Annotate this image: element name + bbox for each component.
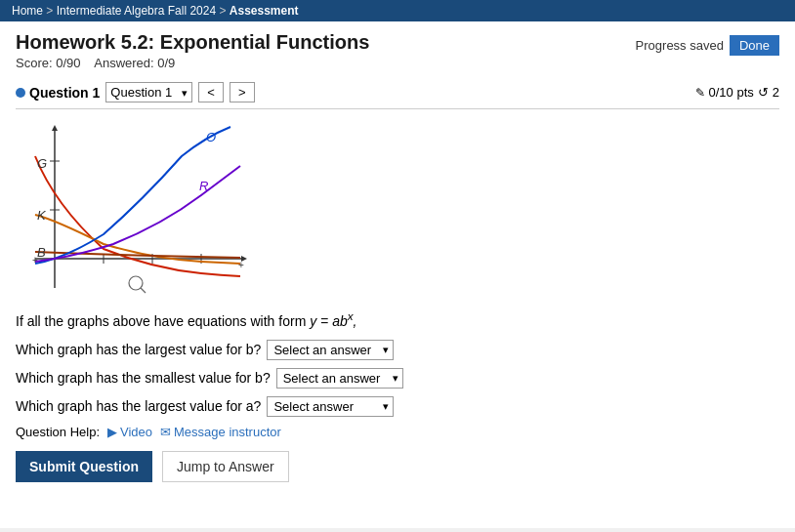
edit-icon: ✎ bbox=[695, 86, 705, 100]
message-icon: ✉ bbox=[160, 425, 171, 439]
intro-text: If all the graphs above have equations w… bbox=[16, 313, 306, 329]
question-dropdown-wrapper[interactable]: Question 1 bbox=[105, 82, 192, 102]
q2-text: Which graph has the smallest value for b… bbox=[16, 370, 271, 386]
message-label: Message instructor bbox=[174, 425, 281, 439]
question-label-text: Question 1 bbox=[29, 85, 100, 101]
main-content: Homework 5.2: Exponential Functions Scor… bbox=[0, 21, 795, 528]
q3-text: Which graph has the largest value for a? bbox=[16, 398, 261, 414]
q2-line: Which graph has the smallest value for b… bbox=[16, 368, 779, 389]
q2-select-wrapper[interactable]: Select an answer bbox=[276, 368, 403, 389]
submit-question-button[interactable]: Submit Question bbox=[16, 451, 152, 482]
answered-label: Answered: 0/9 bbox=[94, 56, 175, 70]
title-score-area: Homework 5.2: Exponential Functions Scor… bbox=[16, 31, 636, 78]
svg-point-16 bbox=[129, 276, 143, 290]
pts-section: ✎ 0/10 pts ↺ 2 bbox=[695, 85, 780, 100]
video-link[interactable]: ▶ Video bbox=[107, 425, 152, 439]
prev-question-button[interactable]: < bbox=[198, 82, 224, 102]
svg-text:K: K bbox=[37, 208, 47, 223]
svg-text:+: + bbox=[32, 255, 38, 266]
question-label: Question 1 bbox=[16, 85, 100, 101]
svg-text:O: O bbox=[206, 130, 216, 144]
svg-text:R: R bbox=[199, 179, 208, 193]
q3-select-wrapper[interactable]: Select answer bbox=[267, 396, 394, 417]
retry-icon: ↺ bbox=[758, 85, 769, 100]
question-text: If all the graphs above have equations w… bbox=[16, 307, 779, 332]
retry-count: 2 bbox=[773, 85, 779, 100]
nav-course[interactable]: Intermediate Algebra Fall 2024 bbox=[57, 4, 216, 18]
question-help-row: Question Help: ▶ Video ✉ Message instruc… bbox=[16, 425, 779, 439]
svg-text:+: + bbox=[238, 260, 244, 270]
question-dot bbox=[16, 88, 25, 98]
question-dropdown[interactable]: Question 1 bbox=[105, 82, 192, 102]
svg-text:G: G bbox=[37, 156, 47, 171]
graph-svg: G K B O R + + bbox=[25, 117, 250, 298]
nav-current: Assessment bbox=[230, 4, 299, 18]
progress-saved-text: Progress saved bbox=[636, 38, 724, 53]
breadcrumb: Home > Intermediate Algebra Fall 2024 > … bbox=[0, 0, 795, 21]
formula-text: y = abx, bbox=[310, 313, 356, 329]
page-title: Homework 5.2: Exponential Functions bbox=[16, 31, 636, 54]
q1-select-wrapper[interactable]: Select an answer bbox=[267, 340, 394, 360]
help-label: Question Help: bbox=[16, 425, 100, 439]
svg-text:B: B bbox=[37, 245, 46, 260]
q3-line: Which graph has the largest value for a?… bbox=[16, 396, 779, 417]
score-label: Score: 0/90 bbox=[16, 56, 81, 70]
q3-answer-select[interactable]: Select answer bbox=[267, 396, 394, 417]
q2-answer-select[interactable]: Select an answer bbox=[276, 368, 403, 389]
nav-sep1: > bbox=[46, 4, 56, 18]
question-selector: Question 1 Question 1 < > bbox=[16, 82, 255, 102]
nav-home[interactable]: Home bbox=[12, 4, 43, 18]
score-info: Score: 0/90 Answered: 0/9 bbox=[16, 56, 636, 70]
outer-header: Homework 5.2: Exponential Functions Scor… bbox=[16, 31, 779, 78]
video-icon: ▶ bbox=[107, 425, 117, 439]
q1-answer-select[interactable]: Select an answer bbox=[267, 340, 394, 360]
next-question-button[interactable]: > bbox=[230, 82, 255, 102]
svg-line-17 bbox=[141, 288, 146, 293]
jump-to-answer-button[interactable]: Jump to Answer bbox=[162, 451, 289, 482]
done-button[interactable]: Done bbox=[730, 35, 779, 56]
graph-container: G K B O R + + bbox=[25, 117, 250, 298]
svg-marker-2 bbox=[52, 125, 58, 131]
nav-sep2: > bbox=[219, 4, 229, 18]
pts-label: 0/10 pts bbox=[709, 85, 754, 100]
q1-line: Which graph has the largest value for b?… bbox=[16, 340, 779, 360]
progress-saved-area: Progress saved Done bbox=[636, 31, 779, 56]
q1-text: Which graph has the largest value for b? bbox=[16, 342, 261, 357]
video-label: Video bbox=[120, 425, 152, 439]
question-header-row: Question 1 Question 1 < > ✎ 0/10 pts ↺ 2 bbox=[16, 82, 779, 109]
message-instructor-link[interactable]: ✉ Message instructor bbox=[160, 425, 281, 439]
action-buttons: Submit Question Jump to Answer bbox=[16, 451, 779, 482]
